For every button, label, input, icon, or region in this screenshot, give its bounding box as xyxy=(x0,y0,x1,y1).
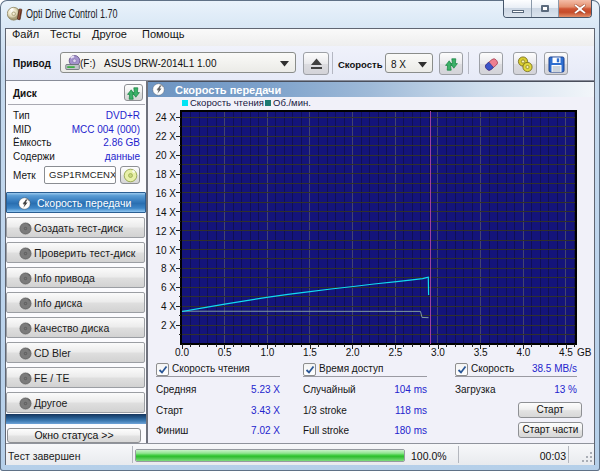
svg-text:3.0: 3.0 xyxy=(431,347,445,358)
svg-text:6 X: 6 X xyxy=(161,282,176,293)
svg-text:4.5: 4.5 xyxy=(559,347,573,358)
svg-text:8 X: 8 X xyxy=(161,263,176,274)
svg-text:10 X: 10 X xyxy=(155,245,176,256)
svg-text:12 X: 12 X xyxy=(155,226,176,237)
svg-text:1.5: 1.5 xyxy=(303,347,317,358)
svg-text:2.0: 2.0 xyxy=(346,347,360,358)
svg-text:4.0: 4.0 xyxy=(516,347,530,358)
svg-text:14 X: 14 X xyxy=(155,207,176,218)
svg-text:GB: GB xyxy=(577,347,592,358)
svg-text:1.0: 1.0 xyxy=(260,347,274,358)
svg-text:20 X: 20 X xyxy=(155,150,176,161)
svg-text:2.5: 2.5 xyxy=(388,347,402,358)
svg-text:4 X: 4 X xyxy=(161,301,176,312)
svg-text:16 X: 16 X xyxy=(155,188,176,199)
svg-text:22 X: 22 X xyxy=(155,131,176,142)
svg-text:24 X: 24 X xyxy=(155,112,176,123)
svg-text:3.5: 3.5 xyxy=(474,347,488,358)
svg-text:2 X: 2 X xyxy=(161,320,176,331)
svg-text:18 X: 18 X xyxy=(155,169,176,180)
svg-text:0.0: 0.0 xyxy=(175,347,189,358)
svg-text:0.5: 0.5 xyxy=(218,347,232,358)
